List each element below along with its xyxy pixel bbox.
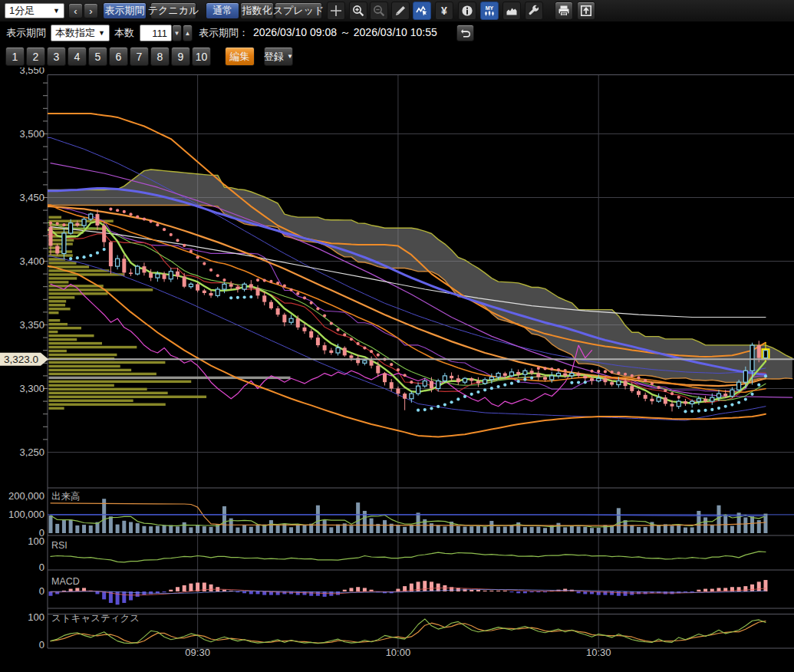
preset-button-4[interactable]: 4 xyxy=(68,47,87,66)
svg-text:100: 100 xyxy=(28,611,44,623)
count-input[interactable] xyxy=(140,25,172,41)
zoom-out-icon-glyph xyxy=(373,5,385,17)
crosshair-icon[interactable] xyxy=(327,2,345,20)
svg-text:3,250: 3,250 xyxy=(19,446,44,458)
my-chart-icon[interactable]: MY xyxy=(480,2,499,20)
register-label: 登録 xyxy=(264,50,284,64)
rsi-panel-title: RSI xyxy=(51,540,68,551)
chart-application: 1分足 ▼ ‹ › 表示期間 テクニカル 通常 指数化 スプレッド ¥MY 表示… xyxy=(0,0,794,672)
zoom-in-icon-glyph xyxy=(352,5,364,17)
volume-panel-title: 出来高 xyxy=(51,491,81,502)
macd-panel-title: MACD xyxy=(51,576,80,587)
period-label: 表示期間 xyxy=(6,21,46,44)
preset-button-7[interactable]: 7 xyxy=(130,47,149,66)
stoch-panel: 1000ストキャスティクス xyxy=(28,611,766,651)
svg-text:10:00: 10:00 xyxy=(386,647,411,658)
chevron-down-icon: ▼ xyxy=(98,29,105,37)
main-toolbar: 1分足 ▼ ‹ › 表示期間 テクニカル 通常 指数化 スプレッド ¥MY xyxy=(0,0,794,21)
indexed-mode-button[interactable]: 指数化 xyxy=(240,2,274,19)
preset-button-5[interactable]: 5 xyxy=(88,47,107,66)
crosshair-icon-glyph xyxy=(330,5,342,17)
svg-text:MY: MY xyxy=(486,5,494,11)
svg-text:3,300: 3,300 xyxy=(19,383,44,394)
chevron-down-icon: ▼ xyxy=(287,53,293,60)
wrench-icon[interactable] xyxy=(525,2,543,20)
chart-pointer-icon[interactable] xyxy=(413,2,431,20)
svg-text:3,500: 3,500 xyxy=(19,128,44,140)
edit-button[interactable]: 編集 xyxy=(225,47,255,66)
prev-button[interactable]: ‹ xyxy=(68,3,83,18)
count-label: 本数 xyxy=(114,21,134,44)
interval-select-value: 1分足 xyxy=(9,4,35,18)
range-label: 表示期間： xyxy=(199,21,249,44)
pencil-icon-glyph xyxy=(394,5,407,17)
zoom-out-icon[interactable] xyxy=(370,2,388,20)
chevron-down-icon: ▼ xyxy=(53,7,60,15)
preset-toolbar: 12345678910 編集 登録 ▼ xyxy=(0,44,794,68)
count-increment-button[interactable]: ▲ xyxy=(183,25,193,41)
print-icon-glyph xyxy=(558,5,570,17)
svg-text:0: 0 xyxy=(39,562,44,573)
spread-mode-button[interactable]: スプレッド xyxy=(275,2,322,19)
undo-icon xyxy=(460,28,471,38)
preset-button-2[interactable]: 2 xyxy=(26,47,45,66)
wrench-icon-glyph xyxy=(528,5,540,17)
svg-text:10:30: 10:30 xyxy=(586,647,611,658)
svg-text:¥: ¥ xyxy=(441,5,447,17)
normal-mode-button[interactable]: 通常 xyxy=(206,2,239,19)
rsi-panel: 1000RSI xyxy=(28,535,766,573)
next-button[interactable]: › xyxy=(84,3,98,18)
yen-icon[interactable]: ¥ xyxy=(435,2,453,20)
chart-svg: 3,5503,5003,4503,4003,3503,3003,2503,323… xyxy=(0,68,794,672)
my-chart-icon-glyph: MY xyxy=(483,5,496,17)
preset-button-8[interactable]: 8 xyxy=(150,47,170,66)
zoom-in-icon[interactable] xyxy=(349,2,367,20)
svg-text:3,350: 3,350 xyxy=(19,319,44,331)
preset-button-6[interactable]: 6 xyxy=(109,47,128,66)
period-mode-select[interactable]: 本数指定 ▼ xyxy=(51,25,110,41)
svg-text:3,450: 3,450 xyxy=(19,192,44,203)
svg-text:100,000: 100,000 xyxy=(8,509,44,520)
undo-button[interactable] xyxy=(456,25,474,41)
print-icon[interactable] xyxy=(555,2,573,20)
svg-text:200,000: 200,000 xyxy=(8,490,44,502)
pencil-icon[interactable] xyxy=(391,2,410,20)
period-toolbar: 表示期間 本数指定 ▼ 本数 ▼ ▲ 表示期間： 2026/03/10 09:0… xyxy=(0,21,794,44)
svg-text:3,550: 3,550 xyxy=(19,68,44,76)
svg-text:0: 0 xyxy=(39,639,44,651)
interval-select[interactable]: 1分足 ▼ xyxy=(5,3,64,18)
price-axis: 3,5503,5003,4503,4003,3503,3003,2503,323… xyxy=(0,68,48,458)
area-chart-icon-glyph xyxy=(506,5,518,17)
period-mode-value: 本数指定 xyxy=(55,26,95,40)
svg-text:0: 0 xyxy=(39,585,44,597)
svg-text:100: 100 xyxy=(28,535,44,547)
stoch-panel-title: ストキャスティクス xyxy=(51,613,140,624)
chart-pointer-icon-glyph xyxy=(416,5,428,17)
area-chart-icon[interactable] xyxy=(502,2,521,20)
technical-button[interactable]: テクニカル xyxy=(150,2,196,19)
info-icon-glyph xyxy=(461,5,473,17)
register-button[interactable]: 登録 ▼ xyxy=(264,47,293,66)
preset-button-9[interactable]: 9 xyxy=(171,47,190,66)
svg-text:09:30: 09:30 xyxy=(185,647,210,658)
chart-canvas[interactable]: 3,5503,5003,4503,4003,3503,3003,2503,323… xyxy=(0,68,794,672)
export-icon[interactable] xyxy=(577,2,595,20)
current-price-label: 3,323.0 xyxy=(4,354,38,365)
yen-icon-glyph: ¥ xyxy=(438,5,450,17)
svg-text:3,400: 3,400 xyxy=(19,255,44,267)
display-period-button[interactable]: 表示期間 xyxy=(103,2,147,19)
export-icon-glyph xyxy=(580,5,592,17)
preset-button-3[interactable]: 3 xyxy=(47,47,66,66)
count-decrement-button[interactable]: ▼ xyxy=(172,25,182,41)
preset-button-10[interactable]: 10 xyxy=(192,47,211,66)
range-value: 2026/03/10 09:08 ～ 2026/03/10 10:55 xyxy=(253,21,437,44)
macd-panel: 0MACD xyxy=(39,576,768,604)
preset-button-1[interactable]: 1 xyxy=(5,47,25,66)
info-icon[interactable] xyxy=(458,2,476,20)
